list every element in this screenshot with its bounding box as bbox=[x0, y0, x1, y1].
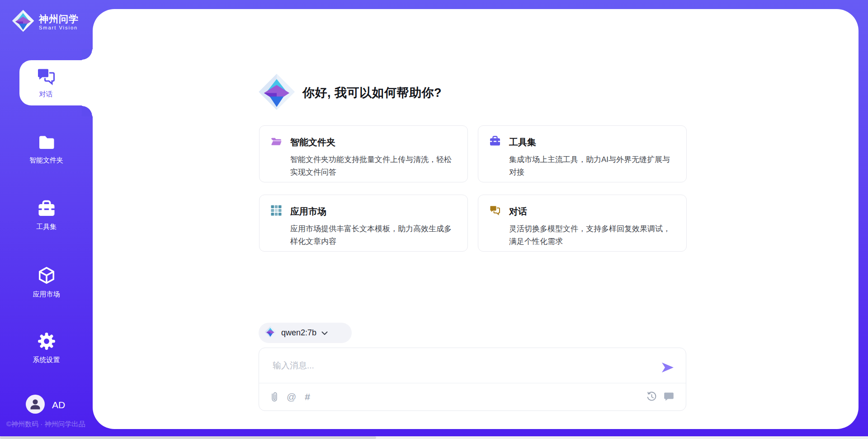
sidebar: 神州问学 Smart Vision 对话 智能文件夹 bbox=[0, 0, 93, 439]
chat-bubbles-icon bbox=[489, 205, 501, 218]
tab-curve-bottom bbox=[82, 105, 93, 116]
card-description: 智能文件夹功能支持批量文件上传与清洗，轻松实现文件问答 bbox=[290, 153, 457, 179]
brand: 神州问学 Smart Vision bbox=[12, 9, 79, 34]
cube-icon bbox=[37, 266, 56, 287]
folder-icon bbox=[37, 134, 56, 153]
card-description: 应用市场提供丰富长文本模板，助力高效生成多样化文章内容 bbox=[290, 223, 457, 248]
card-description: 灵活切换多模型文件，支持多样回复效果调试，满足个性化需求 bbox=[509, 223, 675, 248]
grid-icon bbox=[270, 205, 282, 218]
model-name: qwen2:7b bbox=[281, 328, 316, 338]
user-profile[interactable]: AD bbox=[26, 395, 65, 415]
history-icon[interactable] bbox=[646, 391, 657, 402]
horizontal-scrollbar[interactable] bbox=[0, 436, 376, 439]
horizontal-scrollbar-track bbox=[0, 436, 868, 439]
feature-cards: 智能文件夹 智能文件夹功能支持批量文件上传与清洗，轻松实现文件问答 bbox=[259, 125, 687, 252]
diamond-logo-icon bbox=[264, 326, 276, 340]
sidebar-footer: ©神州数码 · 神州问学出品 bbox=[6, 420, 85, 429]
composer: @ # bbox=[259, 348, 686, 411]
greeting-block: 你好, 我可以如何帮助你? bbox=[258, 72, 442, 113]
gear-icon bbox=[37, 332, 56, 353]
sidebar-item-smart-folder[interactable]: 智能文件夹 bbox=[0, 134, 93, 165]
sidebar-item-label: 工具集 bbox=[36, 223, 57, 231]
assistant-logo-icon bbox=[258, 72, 295, 113]
folder-open-icon bbox=[270, 135, 282, 149]
sidebar-item-toolset[interactable]: 工具集 bbox=[0, 200, 93, 231]
brand-logo-icon bbox=[12, 9, 34, 34]
mention-icon[interactable]: @ bbox=[287, 392, 296, 401]
paperclip-icon[interactable] bbox=[271, 391, 278, 402]
card-description: 集成市场上主流工具，助力AI与外界无缝扩展与对接 bbox=[509, 153, 675, 179]
card-title: 对话 bbox=[509, 205, 527, 218]
tab-curve-top bbox=[82, 49, 93, 60]
card-toolset[interactable]: 工具集 集成市场上主流工具，助力AI与外界无缝扩展与对接 bbox=[478, 125, 687, 182]
sidebar-item-label: 系统设置 bbox=[33, 356, 60, 364]
sidebar-item-app-market[interactable]: 应用市场 bbox=[0, 266, 93, 299]
model-selector[interactable]: qwen2:7b bbox=[259, 323, 352, 343]
chevron-down-icon bbox=[321, 329, 328, 337]
sidebar-item-label: 智能文件夹 bbox=[29, 156, 63, 165]
user-initials: AD bbox=[52, 400, 65, 410]
comment-icon[interactable] bbox=[664, 392, 674, 401]
card-title: 智能文件夹 bbox=[290, 136, 335, 148]
brand-title: 神州问学 bbox=[39, 13, 79, 25]
sidebar-item-label: 应用市场 bbox=[33, 290, 60, 299]
card-app-market[interactable]: 应用市场 应用市场提供丰富长文本模板，助力高效生成多样化文章内容 bbox=[259, 195, 468, 252]
main-panel: 你好, 我可以如何帮助你? 智能文件夹 智能文件夹功能支持批量文件上传与清洗，轻… bbox=[93, 9, 859, 429]
card-smart-folder[interactable]: 智能文件夹 智能文件夹功能支持批量文件上传与清洗，轻松实现文件问答 bbox=[259, 125, 468, 182]
composer-tools-left: @ # bbox=[271, 391, 310, 402]
sidebar-item-chat[interactable]: 对话 bbox=[19, 60, 95, 105]
sidebar-item-settings[interactable]: 系统设置 bbox=[0, 332, 93, 364]
chat-icon bbox=[36, 67, 56, 87]
toolbox-icon bbox=[37, 200, 56, 220]
send-icon bbox=[662, 367, 674, 374]
card-chat[interactable]: 对话 灵活切换多模型文件，支持多样回复效果调试，满足个性化需求 bbox=[478, 195, 687, 252]
composer-tools-right bbox=[646, 391, 674, 402]
sidebar-item-label: 对话 bbox=[39, 90, 53, 99]
message-input[interactable] bbox=[273, 355, 657, 376]
brand-subtitle: Smart Vision bbox=[39, 25, 79, 31]
card-title: 应用市场 bbox=[290, 205, 326, 218]
composer-toolbar: @ # bbox=[259, 383, 686, 410]
avatar-icon bbox=[26, 395, 45, 415]
send-button[interactable] bbox=[661, 363, 674, 373]
greeting-title: 你好, 我可以如何帮助你? bbox=[302, 85, 442, 101]
card-title: 工具集 bbox=[509, 136, 536, 148]
briefcase-icon bbox=[489, 135, 501, 149]
topic-icon[interactable]: # bbox=[305, 392, 310, 401]
